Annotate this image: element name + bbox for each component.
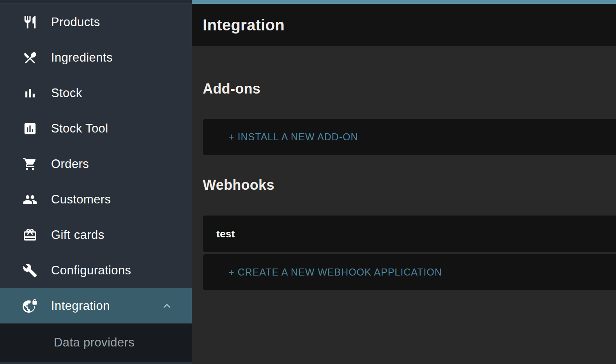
shopping-cart-icon <box>23 157 37 171</box>
page-header: Integration <box>192 4 616 46</box>
sidebar-item-label: Ingredients <box>51 51 113 65</box>
wrench-icon <box>23 263 37 278</box>
webhook-list-item[interactable]: test <box>203 216 616 252</box>
sidebar-item-configurations[interactable]: Configurations <box>0 253 192 288</box>
sidebar-subitem-label: Data providers <box>54 336 135 350</box>
sidebar-item-label: Gift cards <box>51 228 104 242</box>
sidebar-top-strip <box>0 0 192 4</box>
sidebar-item-data-providers[interactable]: Data providers <box>0 323 192 362</box>
sidebar-item-label: Configurations <box>51 263 131 277</box>
install-add-on-row[interactable]: + INSTALL A NEW ADD-ON <box>203 119 616 155</box>
sidebar-item-stock-tool[interactable]: Stock Tool <box>0 111 192 146</box>
accent-top-bar <box>192 0 616 4</box>
sidebar-nav: Products Ingredients Stock Stock Tool <box>0 4 192 362</box>
bar-chart-icon <box>23 86 37 101</box>
install-add-on-link[interactable]: + INSTALL A NEW ADD-ON <box>203 131 358 143</box>
assessment-icon <box>23 121 37 136</box>
app-window: Products Ingredients Stock Stock Tool <box>0 0 616 364</box>
fork-spoon-crossed-icon <box>23 50 37 65</box>
sidebar-item-ingredients[interactable]: Ingredients <box>0 40 192 75</box>
main-area: Integration Add-ons + INSTALL A NEW ADD-… <box>192 0 616 364</box>
create-webhook-row[interactable]: + CREATE A NEW WEBHOOK APPLICATION <box>203 254 616 290</box>
sidebar-item-label: Products <box>51 15 100 29</box>
people-icon <box>23 192 37 207</box>
webhook-name: test <box>203 228 235 240</box>
sidebar-item-label: Stock <box>51 86 82 100</box>
section-heading-add-ons: Add-ons <box>203 80 616 97</box>
sidebar-item-label: Customers <box>51 193 111 207</box>
create-webhook-link[interactable]: + CREATE A NEW WEBHOOK APPLICATION <box>203 267 442 278</box>
sidebar-item-label: Integration <box>51 299 110 313</box>
restaurant-icon <box>23 15 37 30</box>
page-content: Add-ons + INSTALL A NEW ADD-ON Webhooks … <box>192 80 616 290</box>
sidebar-item-stock[interactable]: Stock <box>0 75 192 111</box>
sidebar-item-integration[interactable]: Integration <box>0 288 192 323</box>
page-title: Integration <box>203 16 285 34</box>
section-heading-webhooks: Webhooks <box>203 177 616 194</box>
sidebar-item-gift-cards[interactable]: Gift cards <box>0 217 192 253</box>
sidebar-item-customers[interactable]: Customers <box>0 182 192 217</box>
sidebar-item-label: Orders <box>51 157 89 171</box>
sidebar-item-products[interactable]: Products <box>0 4 192 40</box>
sidebar-item-orders[interactable]: Orders <box>0 146 192 182</box>
gift-card-icon <box>23 228 37 242</box>
sidebar: Products Ingredients Stock Stock Tool <box>0 0 192 364</box>
globe-lock-icon <box>23 299 37 313</box>
sidebar-item-label: Stock Tool <box>51 122 108 136</box>
chevron-up-icon[interactable] <box>160 299 174 313</box>
